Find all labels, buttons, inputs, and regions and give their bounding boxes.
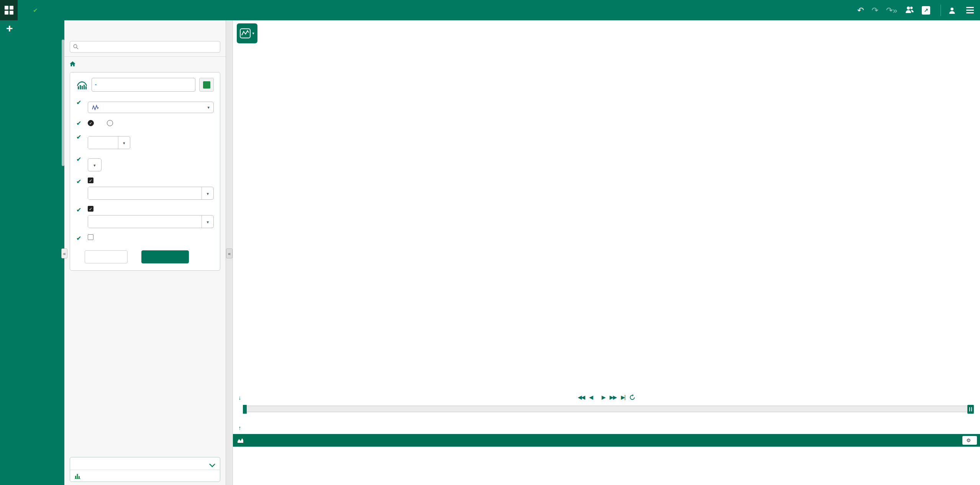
fft-chart[interactable] — [233, 46, 980, 219]
timeline-selection[interactable] — [244, 405, 246, 413]
period-radio[interactable]: ✓ — [88, 120, 97, 126]
remove-above-input[interactable] — [88, 215, 202, 228]
sampling-rate-input[interactable] — [88, 136, 118, 149]
histogram-icon — [75, 473, 81, 479]
chart-type-button[interactable]: ▾ — [237, 23, 257, 43]
radio-unchecked-icon — [107, 120, 113, 126]
remove-below-checkbox[interactable]: ✓ — [88, 178, 214, 183]
filter-tools-input[interactable] — [70, 41, 220, 53]
trend-icon — [240, 28, 251, 38]
app-switcher-button[interactable] — [0, 0, 18, 20]
step-check-icon: ✔ — [76, 178, 88, 200]
search-icon — [73, 44, 79, 49]
step-check-icon: ✔ — [76, 155, 88, 171]
investigate-range-row: ↑ — [233, 423, 980, 432]
tools-panel-body: ✔ ▾ ✔ — [64, 36, 226, 485]
connection-status[interactable]: ✔ — [33, 7, 40, 14]
chart-toolbar: ▾ — [233, 20, 980, 46]
step-check-icon: ✔ — [76, 133, 88, 149]
step-forward-button[interactable]: ▶ — [601, 394, 605, 400]
area-chart-icon — [238, 438, 243, 443]
step-check-icon: ✔ — [76, 99, 88, 113]
divider — [941, 5, 941, 16]
main-layout: + « — [0, 20, 980, 485]
checkbox-unchecked-icon — [88, 234, 93, 240]
tool-name-input[interactable] — [92, 78, 195, 92]
home-icon[interactable] — [70, 61, 75, 67]
derived-data-header[interactable] — [70, 457, 220, 470]
grid-icon — [5, 6, 13, 15]
execute-button[interactable] — [141, 250, 189, 263]
step-check-icon: ✔ — [76, 206, 88, 228]
frequency-analysis-form: ✔ ▾ ✔ — [70, 72, 220, 271]
signal-select[interactable]: ▾ — [88, 102, 214, 113]
frequency-radio[interactable] — [107, 120, 116, 126]
collapse-sidebar-handle[interactable]: « — [61, 248, 67, 258]
top-bar: ✔ ↶ ↷ ↷» ↗ — [0, 0, 980, 20]
timeline-end-handle[interactable] — [967, 405, 974, 414]
redo-all-icon[interactable]: ↷» — [886, 6, 897, 14]
chevron-down-icon: ▾ — [207, 105, 210, 110]
chart-area: ▾ ↓ ◀◀ ◀ ▶ ▶▶ — [233, 20, 980, 485]
panel-collapse-strip: « — [226, 20, 233, 485]
worksheet-sidebar: + — [0, 20, 64, 485]
sampling-unit-select[interactable]: ▾ — [118, 136, 130, 149]
signal-icon — [92, 104, 99, 110]
check-icon: ✔ — [33, 7, 38, 14]
collapse-panel-handle[interactable]: « — [226, 248, 233, 258]
details-panel: ⚙ — [233, 434, 980, 447]
step-check-icon: ✔ — [76, 119, 88, 127]
chevron-down-icon: ▾ — [252, 31, 254, 35]
breadcrumb — [64, 56, 226, 71]
timeline-scrubber — [233, 403, 980, 423]
customize-button[interactable]: ⚙ — [962, 436, 977, 445]
range-start[interactable]: ↓ — [238, 394, 246, 401]
display-range-row: ↓ ◀◀ ◀ ▶ ▶▶ ▶| — [233, 392, 980, 403]
arrow-down-icon: ↓ — [238, 394, 241, 401]
derived-data-panel — [70, 457, 220, 482]
cancel-button[interactable] — [85, 250, 128, 263]
color-swatch — [203, 81, 210, 89]
step-to-end-button[interactable]: ▶| — [621, 394, 625, 400]
arrow-up-icon: ↑ — [238, 424, 241, 431]
person-icon — [949, 7, 955, 14]
get-link-button[interactable]: ↗ — [922, 6, 933, 15]
frequency-analysis-icon — [76, 80, 88, 90]
selection-right-handle[interactable] — [244, 405, 247, 414]
step-back-button[interactable]: ◀ — [589, 394, 593, 400]
derived-item-temp-fft — [70, 470, 220, 482]
refresh-icon[interactable] — [629, 395, 635, 400]
redo-icon[interactable]: ↷ — [872, 6, 878, 14]
remove-below-unit-select[interactable]: ▾ — [202, 187, 213, 199]
checkbox-checked-icon: ✓ — [88, 206, 93, 212]
investigate-start[interactable]: ↑ — [238, 424, 244, 431]
remove-below-input[interactable] — [88, 187, 202, 199]
color-picker-button[interactable] — [199, 78, 214, 92]
sidebar-scrollbar[interactable] — [62, 39, 64, 166]
external-link-icon: ↗ — [922, 6, 930, 15]
remove-above-checkbox[interactable]: ✓ — [88, 206, 214, 212]
timeline-track[interactable] — [244, 406, 973, 412]
step-forward-much-button[interactable]: ▶▶ — [610, 394, 616, 400]
undo-icon[interactable]: ↶ — [857, 6, 864, 14]
hamburger-menu-icon[interactable] — [966, 7, 974, 13]
gear-icon: ⚙ — [966, 437, 971, 443]
available-outside-checkbox[interactable] — [88, 234, 214, 240]
new-worksheet-button[interactable]: + — [0, 20, 64, 35]
checkbox-checked-icon: ✓ — [88, 178, 93, 183]
radio-checked-icon: ✓ — [88, 120, 94, 126]
step-check-icon: ✔ — [76, 234, 88, 242]
output-units-select[interactable]: ▾ — [88, 158, 102, 171]
tools-panel: ✔ ▾ ✔ — [64, 20, 226, 485]
details-header: ⚙ — [233, 434, 980, 447]
user-menu[interactable] — [949, 7, 959, 14]
remove-above-unit-select[interactable]: ▾ — [202, 215, 213, 228]
chevron-down-icon — [209, 464, 215, 467]
step-back-much-button[interactable]: ◀◀ — [578, 394, 585, 400]
users-icon[interactable] — [905, 6, 914, 15]
temperature-chart[interactable] — [233, 219, 980, 392]
